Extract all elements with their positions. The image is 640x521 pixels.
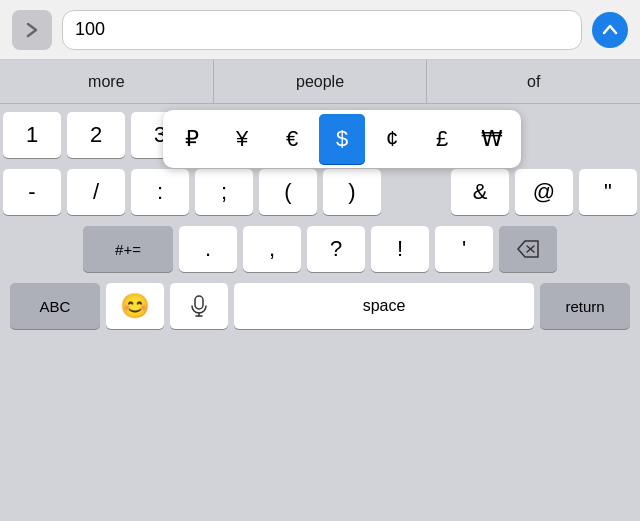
keyboard: 1 2 3 ₽ ¥ € $ ¢ £ ₩ ₽ ¥ € $ ¢ £ ₩ - / : … — [0, 104, 640, 521]
key-2[interactable]: 2 — [67, 112, 125, 158]
key-close-paren[interactable]: ) — [323, 169, 381, 215]
key-abc[interactable]: ABC — [10, 283, 100, 329]
currency-yen[interactable]: ¥ — [219, 114, 265, 164]
suggestion-more[interactable]: more — [0, 60, 214, 103]
currency-pound[interactable]: £ — [419, 114, 465, 164]
currency-won[interactable]: ₩ — [469, 114, 515, 164]
key-comma[interactable]: , — [243, 226, 301, 272]
search-input-container — [62, 10, 582, 50]
search-input[interactable] — [75, 19, 569, 40]
currency-dollar[interactable]: $ — [319, 114, 365, 164]
key-emoji[interactable]: 😊 — [106, 283, 164, 329]
key-hash-plus-equals[interactable]: #+= — [83, 226, 173, 272]
currency-popup: ₽ ¥ € $ ¢ £ ₩ — [163, 110, 521, 168]
key-mic[interactable] — [170, 283, 228, 329]
key-exclaim[interactable]: ! — [371, 226, 429, 272]
suggestions-bar: more people of — [0, 60, 640, 104]
keyboard-row-4: ABC 😊 space return — [3, 283, 637, 335]
suggestion-people[interactable]: people — [214, 60, 428, 103]
key-period[interactable]: . — [179, 226, 237, 272]
key-backspace[interactable] — [499, 226, 557, 272]
currency-cent[interactable]: ¢ — [369, 114, 415, 164]
key-colon[interactable]: : — [131, 169, 189, 215]
key-at[interactable]: @ — [515, 169, 573, 215]
currency-euro[interactable]: € — [269, 114, 315, 164]
key-return[interactable]: return — [540, 283, 630, 329]
key-quote[interactable]: " — [579, 169, 637, 215]
key-apostrophe[interactable]: ' — [435, 226, 493, 272]
key-open-paren[interactable]: ( — [259, 169, 317, 215]
keyboard-row-1: 1 2 3 ₽ ¥ € $ ¢ £ ₩ ₽ ¥ € $ ¢ £ ₩ — [3, 112, 637, 158]
key-question[interactable]: ? — [307, 226, 365, 272]
suggestion-of[interactable]: of — [427, 60, 640, 103]
keyboard-row-3: #+= . , ? ! ' — [3, 226, 637, 272]
key-semicolon[interactable]: ; — [195, 169, 253, 215]
submit-button[interactable] — [592, 12, 628, 48]
currency-ruble[interactable]: ₽ — [169, 114, 215, 164]
key-ampersand[interactable]: & — [451, 169, 509, 215]
keyboard-row-2: - / : ; ( ) & @ " — [3, 169, 637, 215]
key-space[interactable]: space — [234, 283, 534, 329]
key-1[interactable]: 1 — [3, 112, 61, 158]
nav-button[interactable] — [12, 10, 52, 50]
svg-rect-2 — [195, 296, 203, 309]
key-slash[interactable]: / — [67, 169, 125, 215]
key-minus[interactable]: - — [3, 169, 61, 215]
top-bar — [0, 0, 640, 60]
